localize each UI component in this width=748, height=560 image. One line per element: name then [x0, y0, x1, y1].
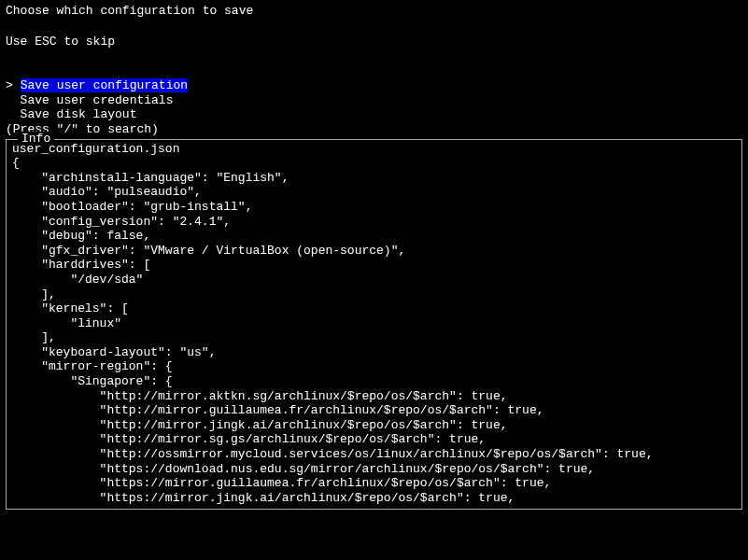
config-prompt: Choose which configuration to save: [6, 4, 742, 19]
config-json-line: "gfx_driver": "VMware / VirtualBox (open…: [12, 244, 736, 259]
config-json-line: "keyboard-layout": "us",: [12, 345, 736, 360]
config-json-line: "http://mirror.guillaumea.fr/archlinux/$…: [12, 403, 736, 418]
config-json-line: "http://mirror.sg.gs/archlinux/$repo/os/…: [12, 432, 736, 447]
config-json-line: "audio": "pulseaudio",: [12, 185, 736, 200]
config-json-line: "harddrives": [: [12, 258, 736, 273]
menu-cursor: >: [6, 78, 13, 92]
config-json-line: "kernels": [: [12, 301, 736, 316]
menu-item-save-user-creds[interactable]: Save user credentials: [6, 93, 742, 108]
search-hint: (Press "/" to search): [6, 122, 742, 137]
config-json-line: ],: [12, 287, 736, 302]
config-json-line: "https://mirror.guillaumea.fr/archlinux/…: [12, 476, 736, 491]
config-json-line: "debug": false,: [12, 229, 736, 244]
config-filename: user_configuration.json: [12, 142, 736, 157]
info-panel: Info user_configuration.json { "archinst…: [6, 139, 742, 511]
config-json-line: "linux": [12, 316, 736, 331]
config-json-line: "http://mirror.aktkn.sg/archlinux/$repo/…: [12, 389, 736, 404]
config-json-line: "archinstall-language": "English",: [12, 171, 736, 186]
config-json-line: "https://mirror.jingk.ai/archlinux/$repo…: [12, 491, 736, 506]
esc-hint: Use ESC to skip: [6, 35, 742, 49]
config-json-line: "Singapore": {: [12, 374, 736, 389]
config-json-line: "/dev/sda": [12, 273, 736, 287]
config-json-line: ],: [12, 330, 736, 345]
menu-item-label: Save user configuration: [21, 78, 188, 92]
menu-item-save-disk-layout[interactable]: Save disk layout: [6, 107, 742, 122]
config-json-line: "mirror-region": {: [12, 359, 736, 374]
config-json-line: "http://ossmirror.mycloud.services/os/li…: [12, 447, 736, 462]
menu-item-label: Save user credentials: [21, 93, 174, 107]
config-json-line: "http://mirror.jingk.ai/archlinux/$repo/…: [12, 418, 736, 433]
config-json-line: {: [12, 156, 736, 171]
menu-item-save-user-config[interactable]: > Save user configuration: [6, 78, 742, 93]
config-json-line: "bootloader": "grub-install",: [12, 200, 736, 215]
info-panel-title: Info: [18, 132, 54, 147]
menu-item-label: Save disk layout: [21, 107, 137, 121]
config-json-line: "https://download.nus.edu.sg/mirror/arch…: [12, 462, 736, 477]
config-json-line: "config_version": "2.4.1",: [12, 215, 736, 230]
